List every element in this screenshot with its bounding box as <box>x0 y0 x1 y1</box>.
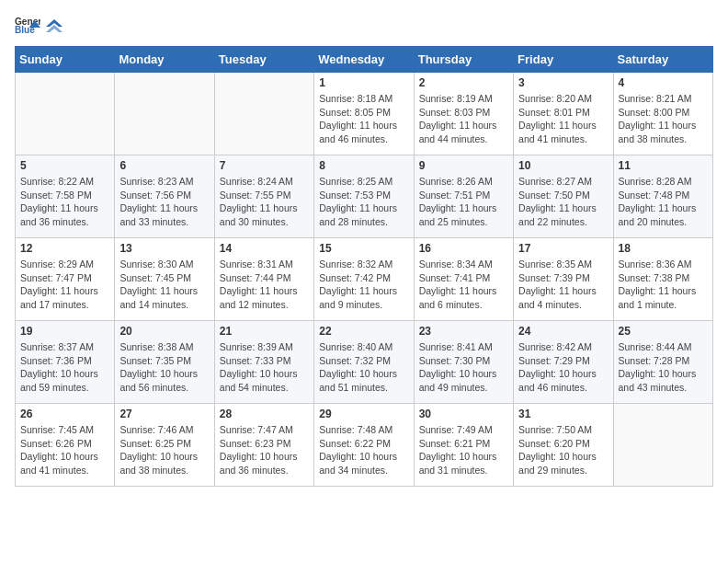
weekday-header-saturday: Saturday <box>613 47 712 73</box>
calendar-cell: 25Sunrise: 8:44 AMSunset: 7:28 PMDayligh… <box>613 321 712 404</box>
day-number: 2 <box>419 76 508 89</box>
calendar-cell: 21Sunrise: 8:39 AMSunset: 7:33 PMDayligh… <box>214 321 313 404</box>
calendar-cell: 22Sunrise: 8:40 AMSunset: 7:32 PMDayligh… <box>314 321 414 404</box>
day-info: Sunrise: 8:39 AMSunset: 7:33 PMDaylight:… <box>220 340 309 395</box>
day-number: 6 <box>119 159 209 172</box>
svg-text:Blue: Blue <box>15 25 35 35</box>
calendar-week-row: 19Sunrise: 8:37 AMSunset: 7:36 PMDayligh… <box>16 321 713 404</box>
day-number: 21 <box>220 325 309 338</box>
day-number: 28 <box>220 408 309 420</box>
calendar-cell: 6Sunrise: 8:23 AMSunset: 7:56 PMDaylight… <box>115 155 214 238</box>
day-info: Sunrise: 8:20 AMSunset: 8:01 PMDaylight:… <box>518 92 608 146</box>
calendar-cell: 15Sunrise: 8:32 AMSunset: 7:42 PMDayligh… <box>314 238 414 321</box>
day-info: Sunrise: 8:25 AMSunset: 7:53 PMDaylight:… <box>319 175 408 229</box>
day-number: 17 <box>518 242 608 255</box>
calendar-table: SundayMondayTuesdayWednesdayThursdayFrid… <box>15 46 713 487</box>
calendar-cell: 3Sunrise: 8:20 AMSunset: 8:01 PMDaylight… <box>514 73 613 155</box>
day-number: 18 <box>619 242 708 255</box>
calendar-cell: 24Sunrise: 8:42 AMSunset: 7:29 PMDayligh… <box>514 321 613 404</box>
day-number: 5 <box>20 159 109 172</box>
day-number: 14 <box>220 242 309 255</box>
calendar-week-row: 5Sunrise: 8:22 AMSunset: 7:58 PMDaylight… <box>16 155 713 238</box>
day-info: Sunrise: 8:35 AMSunset: 7:39 PMDaylight:… <box>518 258 608 312</box>
day-info: Sunrise: 8:34 AMSunset: 7:41 PMDaylight:… <box>419 258 508 312</box>
day-info: Sunrise: 8:23 AMSunset: 7:56 PMDaylight:… <box>119 175 209 229</box>
day-info: Sunrise: 8:32 AMSunset: 7:42 PMDaylight:… <box>319 258 408 312</box>
calendar-cell: 28Sunrise: 7:47 AMSunset: 6:23 PMDayligh… <box>214 404 313 487</box>
calendar-cell: 2Sunrise: 8:19 AMSunset: 8:03 PMDaylight… <box>414 73 513 155</box>
day-number: 24 <box>518 325 608 338</box>
day-number: 4 <box>619 76 708 89</box>
day-info: Sunrise: 8:29 AMSunset: 7:47 PMDaylight:… <box>20 258 109 312</box>
logo-wave-icon <box>46 17 63 32</box>
weekday-header-monday: Monday <box>115 47 214 73</box>
day-info: Sunrise: 7:45 AMSunset: 6:26 PMDaylight:… <box>20 423 109 477</box>
day-info: Sunrise: 7:46 AMSunset: 6:25 PMDaylight:… <box>119 423 209 477</box>
calendar-cell: 31Sunrise: 7:50 AMSunset: 6:20 PMDayligh… <box>514 404 613 487</box>
day-number: 8 <box>319 159 408 172</box>
calendar-cell <box>16 73 115 155</box>
day-info: Sunrise: 8:27 AMSunset: 7:50 PMDaylight:… <box>518 175 608 229</box>
calendar-cell: 17Sunrise: 8:35 AMSunset: 7:39 PMDayligh… <box>514 238 613 321</box>
weekday-header-wednesday: Wednesday <box>314 47 414 73</box>
day-info: Sunrise: 8:44 AMSunset: 7:28 PMDaylight:… <box>619 340 708 395</box>
day-number: 27 <box>119 408 209 420</box>
calendar-cell: 10Sunrise: 8:27 AMSunset: 7:50 PMDayligh… <box>514 155 613 238</box>
calendar-cell: 16Sunrise: 8:34 AMSunset: 7:41 PMDayligh… <box>414 238 513 321</box>
day-number: 9 <box>419 159 508 172</box>
calendar-cell: 9Sunrise: 8:26 AMSunset: 7:51 PMDaylight… <box>414 155 513 238</box>
calendar-cell: 1Sunrise: 8:18 AMSunset: 8:05 PMDaylight… <box>314 73 414 155</box>
page-header: General Blue <box>15 15 713 35</box>
day-number: 19 <box>20 325 109 338</box>
day-info: Sunrise: 8:40 AMSunset: 7:32 PMDaylight:… <box>319 340 408 395</box>
weekday-header-row: SundayMondayTuesdayWednesdayThursdayFrid… <box>16 47 713 73</box>
calendar-cell: 8Sunrise: 8:25 AMSunset: 7:53 PMDaylight… <box>314 155 414 238</box>
day-info: Sunrise: 8:24 AMSunset: 7:55 PMDaylight:… <box>220 175 309 229</box>
calendar-cell: 19Sunrise: 8:37 AMSunset: 7:36 PMDayligh… <box>16 321 115 404</box>
day-info: Sunrise: 7:50 AMSunset: 6:20 PMDaylight:… <box>518 423 608 477</box>
day-info: Sunrise: 7:49 AMSunset: 6:21 PMDaylight:… <box>419 423 508 477</box>
calendar-cell: 26Sunrise: 7:45 AMSunset: 6:26 PMDayligh… <box>16 404 115 487</box>
day-info: Sunrise: 8:26 AMSunset: 7:51 PMDaylight:… <box>419 175 508 229</box>
calendar-week-row: 12Sunrise: 8:29 AMSunset: 7:47 PMDayligh… <box>16 238 713 321</box>
day-number: 25 <box>619 325 708 338</box>
day-info: Sunrise: 8:18 AMSunset: 8:05 PMDaylight:… <box>319 92 408 146</box>
day-number: 26 <box>20 408 109 420</box>
calendar-cell: 29Sunrise: 7:48 AMSunset: 6:22 PMDayligh… <box>314 404 414 487</box>
calendar-cell <box>115 73 214 155</box>
day-info: Sunrise: 8:37 AMSunset: 7:36 PMDaylight:… <box>20 340 109 395</box>
day-number: 20 <box>119 325 209 338</box>
calendar-cell: 12Sunrise: 8:29 AMSunset: 7:47 PMDayligh… <box>16 238 115 321</box>
calendar-cell: 27Sunrise: 7:46 AMSunset: 6:25 PMDayligh… <box>115 404 214 487</box>
calendar-cell: 30Sunrise: 7:49 AMSunset: 6:21 PMDayligh… <box>414 404 513 487</box>
weekday-header-friday: Friday <box>514 47 613 73</box>
calendar-week-row: 1Sunrise: 8:18 AMSunset: 8:05 PMDaylight… <box>16 73 713 155</box>
calendar-cell <box>214 73 313 155</box>
day-info: Sunrise: 8:36 AMSunset: 7:38 PMDaylight:… <box>619 258 708 312</box>
day-info: Sunrise: 7:47 AMSunset: 6:23 PMDaylight:… <box>220 423 309 477</box>
day-number: 1 <box>319 76 408 89</box>
day-number: 31 <box>518 408 608 420</box>
day-number: 13 <box>119 242 209 255</box>
day-number: 23 <box>419 325 508 338</box>
day-info: Sunrise: 8:31 AMSunset: 7:44 PMDaylight:… <box>220 258 309 312</box>
calendar-cell: 7Sunrise: 8:24 AMSunset: 7:55 PMDaylight… <box>214 155 313 238</box>
day-info: Sunrise: 8:21 AMSunset: 8:00 PMDaylight:… <box>619 92 708 146</box>
day-number: 29 <box>319 408 408 420</box>
day-info: Sunrise: 8:41 AMSunset: 7:30 PMDaylight:… <box>419 340 508 395</box>
day-number: 16 <box>419 242 508 255</box>
day-number: 12 <box>20 242 109 255</box>
logo-icon: General Blue <box>15 15 40 35</box>
day-info: Sunrise: 7:48 AMSunset: 6:22 PMDaylight:… <box>319 423 408 477</box>
calendar-cell: 18Sunrise: 8:36 AMSunset: 7:38 PMDayligh… <box>613 238 712 321</box>
logo: General Blue <box>15 15 63 35</box>
day-info: Sunrise: 8:22 AMSunset: 7:58 PMDaylight:… <box>20 175 109 229</box>
calendar-cell: 11Sunrise: 8:28 AMSunset: 7:48 PMDayligh… <box>613 155 712 238</box>
calendar-week-row: 26Sunrise: 7:45 AMSunset: 6:26 PMDayligh… <box>16 404 713 487</box>
calendar-cell: 4Sunrise: 8:21 AMSunset: 8:00 PMDaylight… <box>613 73 712 155</box>
day-number: 15 <box>319 242 408 255</box>
calendar-cell <box>613 404 712 487</box>
calendar-cell: 20Sunrise: 8:38 AMSunset: 7:35 PMDayligh… <box>115 321 214 404</box>
calendar-cell: 23Sunrise: 8:41 AMSunset: 7:30 PMDayligh… <box>414 321 513 404</box>
day-info: Sunrise: 8:28 AMSunset: 7:48 PMDaylight:… <box>619 175 708 229</box>
